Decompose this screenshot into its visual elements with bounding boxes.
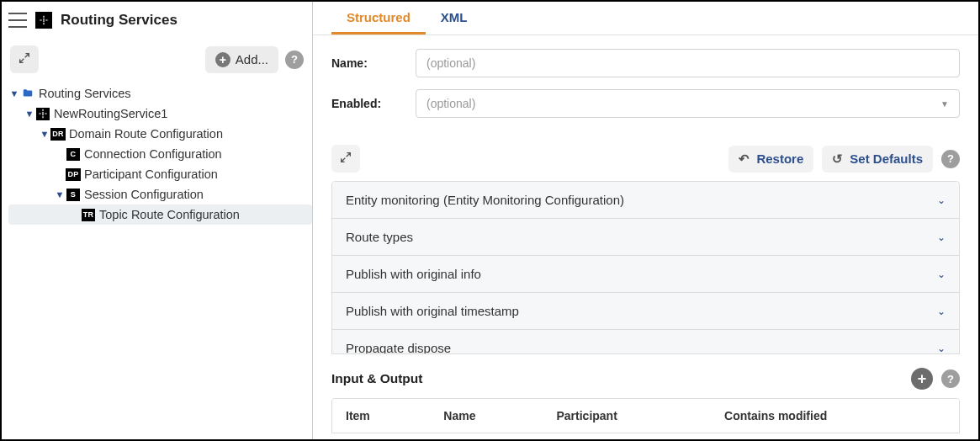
tree-item-participant[interactable]: ▼ DP Participant Configuration bbox=[8, 164, 312, 184]
panel-toolbar: ↶ Restore ↺ Set Defaults ? bbox=[331, 136, 960, 181]
set-defaults-button[interactable]: ↺ Set Defaults bbox=[822, 146, 933, 173]
col-participant: Participant bbox=[543, 399, 711, 433]
chevron-down-icon: ⌄ bbox=[937, 306, 946, 317]
chevron-down-icon: ⌄ bbox=[937, 343, 946, 354]
badge-icon: C bbox=[66, 147, 81, 161]
tree-item-topic-route[interactable]: ▼ TR Topic Route Configuration bbox=[8, 205, 312, 225]
menu-icon[interactable] bbox=[8, 13, 27, 28]
routing-service-icon bbox=[35, 12, 52, 29]
add-button[interactable]: + Add... bbox=[205, 46, 278, 73]
sidebar-toolbar: + Add... ? bbox=[2, 39, 312, 80]
chevron-down-icon: ▼ bbox=[940, 99, 949, 109]
badge-icon: TR bbox=[81, 208, 96, 221]
tab-label: XML bbox=[441, 10, 468, 24]
help-icon[interactable]: ? bbox=[941, 150, 960, 168]
restore-label: Restore bbox=[756, 151, 803, 166]
restore-button[interactable]: ↶ Restore bbox=[728, 146, 813, 173]
routing-icon bbox=[35, 107, 50, 120]
enabled-placeholder: (optional) bbox=[426, 97, 475, 110]
table-header-row: Item Name Participant Contains modified bbox=[332, 399, 959, 433]
expand-panel-button[interactable] bbox=[331, 145, 360, 173]
accordion-item-entity-monitoring[interactable]: Entity monitoring (Entity Monitoring Con… bbox=[332, 182, 959, 219]
sidebar-tree: ▼ Routing Services ▼ NewRoutingService1 bbox=[2, 80, 312, 439]
tab-structured[interactable]: Structured bbox=[331, 2, 426, 35]
accordion-label: Publish with original info bbox=[346, 267, 481, 281]
expand-icon bbox=[339, 151, 352, 167]
expand-tree-button[interactable] bbox=[10, 45, 39, 73]
tree-label: Participant Configuration bbox=[84, 167, 218, 181]
badge-icon: DP bbox=[66, 167, 81, 181]
col-item: Item bbox=[332, 399, 430, 433]
add-button-label: Add... bbox=[236, 52, 268, 66]
add-io-button[interactable]: + bbox=[911, 368, 933, 390]
io-section: Input & Output + ? Item Name Participant… bbox=[331, 354, 960, 433]
undo-icon: ↶ bbox=[739, 151, 750, 167]
history-icon: ↺ bbox=[832, 151, 843, 167]
accordion-item-publish-original-info[interactable]: Publish with original info⌄ bbox=[332, 256, 959, 293]
tree-item-connection[interactable]: ▼ C Connection Configuration bbox=[8, 144, 312, 164]
form-area: Name: Enabled: (optional) ▼ bbox=[313, 35, 978, 136]
chevron-down-icon: ⌄ bbox=[937, 194, 946, 206]
accordion-label: Route types bbox=[346, 230, 413, 244]
chevron-down-icon[interactable]: ▼ bbox=[54, 189, 66, 199]
tree-label: NewRoutingService1 bbox=[54, 107, 167, 120]
set-defaults-label: Set Defaults bbox=[850, 151, 923, 166]
enabled-label: Enabled: bbox=[331, 97, 416, 110]
folder-icon bbox=[20, 87, 35, 100]
io-table[interactable]: Item Name Participant Contains modified bbox=[331, 398, 960, 433]
expand-icon bbox=[18, 51, 31, 67]
name-label: Name: bbox=[331, 56, 416, 70]
col-contains-modified: Contains modified bbox=[711, 399, 959, 433]
tree-item-session[interactable]: ▼ S Session Configuration bbox=[8, 184, 312, 205]
sidebar: Routing Services + Add... ? ▼ Routing Se… bbox=[2, 2, 313, 439]
accordion-label: Publish with original timestamp bbox=[346, 304, 519, 318]
accordion: Entity monitoring (Entity Monitoring Con… bbox=[331, 181, 960, 354]
chevron-down-icon: ⌄ bbox=[937, 268, 946, 280]
accordion-label: Entity monitoring (Entity Monitoring Con… bbox=[346, 193, 624, 207]
tree-item-new-routing-service[interactable]: ▼ NewRoutingService1 bbox=[8, 104, 312, 124]
main-panel: Structured XML Name: Enabled: (optional)… bbox=[313, 2, 978, 439]
accordion-label: Propagate dispose bbox=[346, 341, 451, 353]
help-icon[interactable]: ? bbox=[941, 369, 960, 388]
io-title: Input & Output bbox=[331, 371, 422, 386]
chevron-down-icon[interactable]: ▼ bbox=[8, 88, 20, 98]
tree-item-domain-route[interactable]: ▼ DR Domain Route Configuration bbox=[8, 124, 312, 144]
enabled-select[interactable]: (optional) ▼ bbox=[416, 89, 960, 118]
col-name: Name bbox=[430, 399, 543, 433]
accordion-item-propagate-dispose[interactable]: Propagate dispose⌄ bbox=[332, 330, 959, 353]
tab-xml[interactable]: XML bbox=[426, 2, 483, 35]
config-panel: ↶ Restore ↺ Set Defaults ? Entity monito… bbox=[331, 136, 960, 354]
chevron-down-icon[interactable]: ▼ bbox=[39, 129, 50, 139]
accordion-scroll[interactable]: Entity monitoring (Entity Monitoring Con… bbox=[332, 182, 959, 353]
chevron-down-icon: ⌄ bbox=[937, 231, 946, 243]
badge-icon: DR bbox=[50, 127, 66, 141]
plus-icon: + bbox=[215, 52, 230, 67]
help-icon[interactable]: ? bbox=[285, 50, 304, 69]
tree-label: Session Configuration bbox=[84, 188, 204, 201]
sidebar-header: Routing Services bbox=[2, 2, 312, 39]
tree-label: Domain Route Configuration bbox=[69, 127, 223, 141]
tabs: Structured XML bbox=[313, 2, 978, 35]
sidebar-title: Routing Services bbox=[61, 12, 177, 29]
tree-label: Topic Route Configuration bbox=[99, 208, 240, 221]
accordion-item-publish-original-timestamp[interactable]: Publish with original timestamp⌄ bbox=[332, 293, 959, 330]
accordion-item-route-types[interactable]: Route types⌄ bbox=[332, 219, 959, 256]
tree-label: Routing Services bbox=[39, 87, 131, 100]
tree-label: Connection Configuration bbox=[84, 147, 222, 161]
badge-icon: S bbox=[66, 188, 81, 201]
tab-label: Structured bbox=[347, 10, 411, 24]
tree-item-routing-services[interactable]: ▼ Routing Services bbox=[8, 83, 312, 104]
name-field[interactable] bbox=[416, 49, 960, 77]
chevron-down-icon[interactable]: ▼ bbox=[24, 109, 35, 119]
